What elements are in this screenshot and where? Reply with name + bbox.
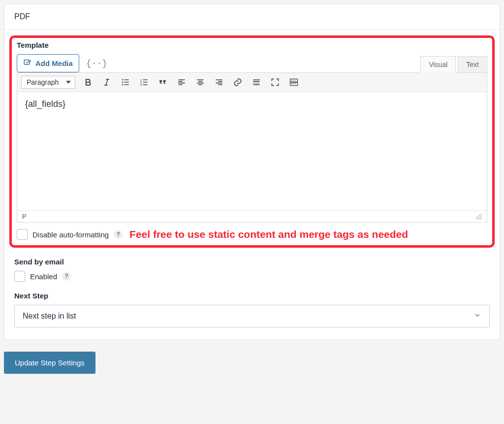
next-step-select[interactable]: Next step in list [14,305,490,327]
add-media-label: Add Media [35,59,73,67]
format-select[interactable]: Paragraph [21,76,75,89]
align-left-icon[interactable] [176,76,188,88]
rich-text-editor: Paragraph 123 {all_fields} [17,72,487,223]
next-step-label: Next Step [14,292,490,300]
editor-status-bar: P [17,210,487,222]
template-label: Template [17,41,487,49]
fullscreen-icon[interactable] [269,76,281,88]
resize-grip-icon[interactable] [476,214,482,220]
disable-autoformat-label: Disable auto-formatting [32,230,109,239]
tab-visual[interactable]: Visual [420,56,456,73]
editor-element-path: P [22,213,27,220]
add-media-button[interactable]: Add Media [17,54,79,72]
link-icon[interactable] [232,76,244,88]
read-more-icon[interactable] [251,76,262,88]
tab-text[interactable]: Text [458,56,487,73]
italic-icon[interactable] [101,76,113,88]
chevron-down-icon [66,81,71,84]
help-icon[interactable]: ? [114,230,123,239]
send-by-email-label: Send by email [14,258,490,266]
chevron-down-icon [473,311,481,321]
enabled-label: Enabled [30,272,57,281]
numbered-list-icon[interactable]: 123 [138,76,150,88]
align-center-icon[interactable] [194,76,206,88]
quote-icon[interactable] [157,76,169,88]
align-right-icon[interactable] [213,76,225,88]
disable-autoformat-row: Disable auto-formatting ? Feel free to u… [17,228,487,240]
svg-point-4 [122,84,124,86]
format-select-label: Paragraph [27,78,59,86]
merge-tag-button[interactable]: {··} [86,59,107,68]
editor-tabs: Visual Text [420,56,487,73]
submit-bar: Update Step Settings [0,344,504,382]
enabled-checkbox[interactable] [14,271,25,282]
disable-autoformat-checkbox[interactable] [17,229,28,240]
panel-body: Template Add Media {··} Visual Text [4,30,500,339]
bold-icon[interactable] [82,76,94,88]
next-step-selected-value: Next step in list [23,312,76,321]
annotation-text: Feel free to use static content and merg… [129,228,408,240]
editor-content[interactable]: {all_fields} [17,92,487,210]
panel-title: PDF [4,4,500,30]
svg-point-2 [122,79,124,81]
help-icon[interactable]: ? [62,272,71,281]
toolbar-toggle-icon[interactable] [288,76,300,88]
enabled-row: Enabled ? [14,271,490,282]
bullet-list-icon[interactable] [120,76,131,88]
template-annotation-box: Template Add Media {··} Visual Text [9,35,495,248]
svg-point-3 [122,82,124,83]
update-step-settings-button[interactable]: Update Step Settings [4,352,95,374]
editor-top-row: Add Media {··} Visual Text [17,54,487,72]
svg-text:3: 3 [140,83,142,86]
next-step-section: Next Step Next step in list [14,292,490,327]
pdf-panel: PDF Template Add Media {··} Visual Text [4,4,500,340]
media-icon [23,58,32,68]
send-by-email-section: Send by email Enabled ? [14,258,490,282]
editor-toolbar: Paragraph 123 [17,73,487,92]
